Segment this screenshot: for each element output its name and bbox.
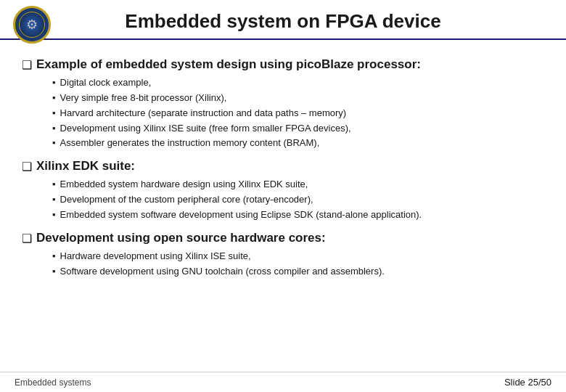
sub-bullet-icon: ▪	[52, 91, 56, 105]
list-item: ▪Hardware development using Xilinx ISE s…	[52, 250, 544, 264]
slide-footer: Embedded systems Slide 25/50	[0, 372, 566, 392]
list-item-text: Very simple free 8-bit processor (Xilinx…	[60, 91, 227, 105]
list-item-text: Software development using GNU toolchain…	[60, 265, 385, 279]
sub-bullet-icon: ▪	[52, 107, 56, 121]
sub-bullet-icon: ▪	[52, 76, 56, 90]
logo-inner	[19, 12, 45, 38]
section-header-1: ❑Xilinx EDK suite:	[22, 159, 544, 173]
logo-circle	[13, 6, 51, 44]
list-item: ▪Development using Xilinx ISE suite (fre…	[52, 122, 544, 136]
section-title-1: Xilinx EDK suite:	[36, 159, 135, 173]
slide-header: Embedded system on FPGA device	[0, 0, 566, 40]
section-header-2: ❑Development using open source hardware …	[22, 231, 544, 245]
slide-title: Embedded system on FPGA device	[15, 10, 551, 33]
slide-content: ❑Example of embedded system design using…	[0, 40, 566, 290]
section-title-2: Development using open source hardware c…	[36, 231, 326, 245]
list-item-text: Development using Xilinx ISE suite (free…	[60, 122, 351, 136]
sub-bullet-icon: ▪	[52, 208, 56, 222]
list-item-text: Development of the custom peripheral cor…	[60, 193, 313, 207]
sub-list-2: ▪Hardware development using Xilinx ISE s…	[52, 250, 544, 279]
list-item: ▪Embedded system software development us…	[52, 208, 544, 222]
list-item-text: Harvard architecture (separate instructi…	[60, 107, 347, 121]
list-item: ▪Harvard architecture (separate instruct…	[52, 107, 544, 121]
list-item-text: Embedded system software development usi…	[60, 208, 422, 222]
list-item: ▪Software development using GNU toolchai…	[52, 265, 544, 279]
list-item: ▪Assembler generates the instruction mem…	[52, 136, 544, 150]
list-item-text: Assembler generates the instruction memo…	[60, 136, 320, 150]
sub-bullet-icon: ▪	[52, 193, 56, 207]
section-bullet-0: ❑	[22, 58, 32, 72]
list-item: ▪Embedded system hardware design using X…	[52, 178, 544, 192]
sub-list-0: ▪Digital clock example,▪Very simple free…	[52, 76, 544, 150]
section-bullet-1: ❑	[22, 160, 32, 173]
footer-right-text: Slide 25/50	[504, 377, 551, 388]
list-item: ▪Development of the custom peripheral co…	[52, 193, 544, 207]
list-item-text: Digital clock example,	[60, 76, 152, 90]
logo	[13, 6, 51, 44]
sub-bullet-icon: ▪	[52, 250, 56, 264]
list-item: ▪Digital clock example,	[52, 76, 544, 90]
sub-bullet-icon: ▪	[52, 122, 56, 136]
section-bullet-2: ❑	[22, 232, 32, 245]
section-title-0: Example of embedded system design using …	[36, 57, 421, 72]
list-item-text: Hardware development using Xilinx ISE su…	[60, 250, 251, 264]
sub-bullet-icon: ▪	[52, 265, 56, 279]
section-header-0: ❑Example of embedded system design using…	[22, 57, 544, 72]
list-item: ▪Very simple free 8-bit processor (Xilin…	[52, 91, 544, 105]
slide: Embedded system on FPGA device ❑Example …	[0, 0, 566, 392]
sub-bullet-icon: ▪	[52, 178, 56, 192]
list-item-text: Embedded system hardware design using Xi…	[60, 178, 308, 192]
footer-left-text: Embedded systems	[15, 377, 91, 388]
sub-list-1: ▪Embedded system hardware design using X…	[52, 178, 544, 222]
sub-bullet-icon: ▪	[52, 136, 56, 150]
